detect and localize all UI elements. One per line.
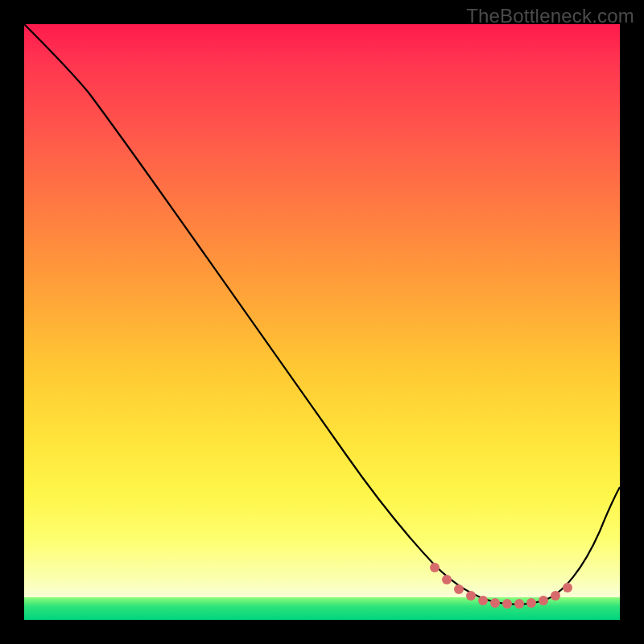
svg-point-6 [502,599,512,609]
svg-point-5 [490,598,500,608]
svg-point-9 [539,596,548,605]
optimum-markers [430,563,572,609]
bottleneck-curve-path [24,24,620,605]
chart-canvas: TheBottleneck.com [0,0,644,644]
plot-area [24,24,620,620]
svg-point-2 [454,584,464,594]
svg-point-3 [466,591,476,601]
svg-point-0 [430,563,440,572]
svg-point-1 [442,575,452,584]
bottleneck-curve-svg [24,24,620,620]
svg-point-11 [563,583,572,592]
svg-point-8 [526,598,536,608]
svg-point-7 [514,599,524,609]
svg-point-10 [551,591,560,601]
svg-point-4 [478,596,488,605]
